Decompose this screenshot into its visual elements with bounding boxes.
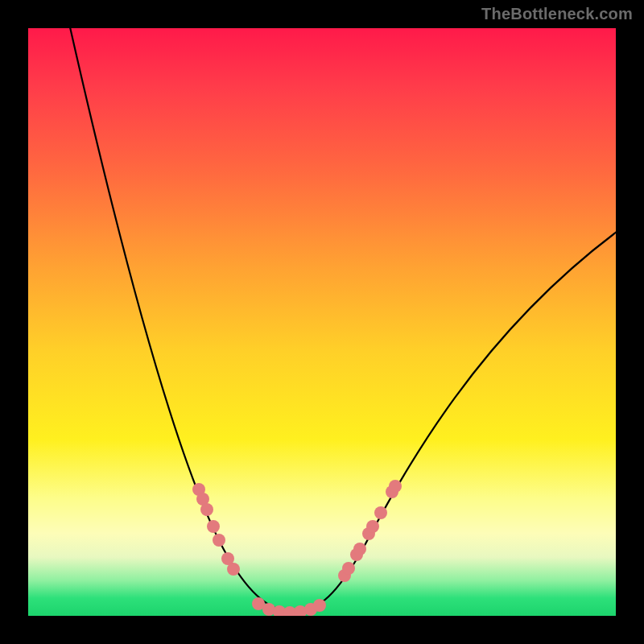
bottleneck-chart-svg: [28, 28, 616, 616]
curve-dot: [342, 562, 355, 575]
curve-dot: [374, 506, 387, 519]
curve-dot: [366, 520, 379, 533]
curve-dot: [389, 480, 402, 493]
curve-dot: [227, 563, 240, 576]
watermark-text: TheBottleneck.com: [481, 5, 633, 23]
curve-dot: [200, 503, 213, 516]
curve-dot: [313, 599, 326, 612]
curve-dot: [207, 520, 220, 533]
bottleneck-curve: [68, 28, 616, 612]
curve-dot: [213, 534, 225, 547]
curve-dot: [353, 543, 366, 555]
chart-area: [28, 28, 616, 616]
